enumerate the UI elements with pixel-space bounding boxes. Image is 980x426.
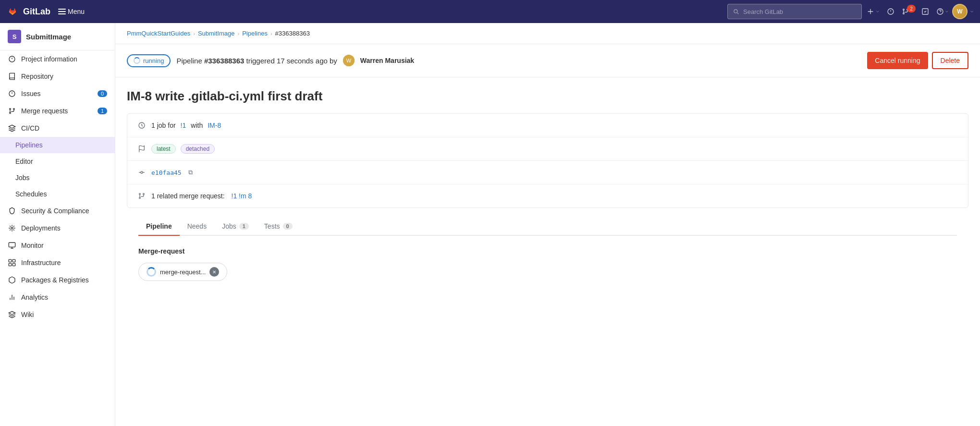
sidebar: S SubmitImage Project information Reposi… [0, 23, 115, 426]
pipeline-tags-row: latest detached [127, 137, 968, 161]
tab-tests[interactable]: Tests 0 [257, 218, 300, 236]
sidebar-item-label: Editor [15, 158, 33, 165]
menu-label: Menu [68, 8, 85, 15]
todo-button[interactable] [918, 4, 933, 19]
issues-button[interactable] [883, 4, 898, 19]
delete-pipeline-button[interactable]: Delete [932, 52, 968, 69]
pipeline-label: Pipeline [176, 57, 204, 65]
pipeline-job-node[interactable]: merge-request... ✕ [138, 263, 227, 281]
svg-point-8 [10, 109, 11, 110]
tab-needs[interactable]: Needs [180, 218, 214, 236]
merge-icon [137, 191, 147, 201]
pipeline-detail: IM-8 write .gitlab-ci.yml first draft 1 … [115, 77, 980, 292]
jobs-tab-count: 1 [239, 223, 249, 230]
sidebar-item-editor[interactable]: Editor [0, 153, 115, 170]
tab-needs-label: Needs [187, 222, 207, 230]
related-mr-link[interactable]: !1 !m 8 [232, 192, 252, 200]
pipeline-id: #336388363 [204, 57, 244, 65]
sidebar-item-merge-requests[interactable]: Merge requests 1 [0, 102, 115, 120]
user-avatar[interactable]: W [952, 4, 968, 19]
pipeline-status-label: running [143, 57, 164, 64]
job-cancel-icon[interactable]: ✕ [209, 267, 219, 277]
svg-point-1 [903, 9, 904, 11]
gitlab-logo[interactable]: GitLab [6, 5, 50, 18]
help-button[interactable] [935, 4, 950, 19]
breadcrumb-sep-3: › [270, 31, 272, 37]
commit-hash-link[interactable]: e10faa45 [151, 169, 182, 176]
svg-point-10 [10, 112, 11, 114]
commit-icon [137, 168, 147, 177]
main-content: PmmQuickStartGuides › SubmitImage › Pipe… [115, 23, 980, 426]
project-name: SubmitImage [26, 33, 71, 41]
avatar-caret-icon [969, 9, 974, 14]
running-spinner [134, 57, 140, 64]
sidebar-item-cicd[interactable]: CI/CD [0, 120, 115, 137]
sidebar-item-infrastructure[interactable]: Infrastructure [0, 254, 115, 271]
svg-rect-14 [12, 259, 15, 262]
jobs-issue-link[interactable]: !1 [181, 122, 186, 129]
pipeline-meta-card: 1 job for !1 with IM-8 latest detached [127, 113, 968, 208]
job-spinner [147, 267, 156, 277]
tab-tests-label: Tests [264, 222, 280, 230]
sidebar-item-analytics[interactable]: Analytics [0, 289, 115, 306]
pipeline-user-name: Warren Marusiak [360, 57, 414, 64]
svg-point-21 [141, 171, 143, 173]
merge-requests-icon [8, 107, 16, 115]
cancel-running-button[interactable]: Cancel running [867, 52, 928, 69]
sidebar-item-pipelines[interactable]: Pipelines [0, 137, 115, 153]
create-new-button[interactable] [866, 4, 881, 19]
pipeline-user-avatar: W [343, 55, 355, 66]
search-bar[interactable] [727, 4, 862, 19]
breadcrumb-project[interactable]: SubmitImage [198, 30, 235, 37]
sidebar-item-monitor[interactable]: Monitor [0, 237, 115, 254]
merge-requests-badge: 2 [907, 5, 916, 12]
jobs-mr-link[interactable]: IM-8 [208, 122, 221, 129]
search-input[interactable] [743, 8, 857, 15]
svg-point-11 [11, 227, 13, 229]
analytics-icon [8, 293, 16, 302]
pipeline-trigger-text: triggered 17 seconds ago by [246, 57, 337, 65]
sidebar-item-packages-registries[interactable]: Packages & Registries [0, 271, 115, 289]
issues-badge: 0 [98, 90, 107, 97]
breadcrumb-sep-1: › [193, 31, 195, 37]
search-icon [733, 8, 739, 15]
merge-requests-button[interactable]: 2 [900, 4, 916, 19]
sidebar-item-security-compliance[interactable]: Security & Compliance [0, 202, 115, 219]
copy-commit-button[interactable]: ⧉ [186, 168, 195, 177]
repository-icon [8, 72, 16, 81]
gitlab-logo-text: GitLab [23, 7, 50, 17]
clock-icon [137, 121, 147, 130]
info-icon [8, 55, 16, 63]
svg-rect-13 [9, 259, 11, 262]
menu-toggle[interactable]: Menu [54, 6, 88, 17]
tab-pipeline[interactable]: Pipeline [138, 218, 180, 236]
sidebar-item-label: Monitor [21, 242, 44, 249]
sidebar-item-label: Schedules [15, 190, 47, 198]
top-navigation: GitLab Menu 2 W [0, 0, 980, 23]
breadcrumb-root[interactable]: PmmQuickStartGuides [127, 30, 190, 37]
packages-icon [8, 276, 16, 284]
hamburger-icon [58, 8, 66, 15]
flag-icon [137, 144, 147, 154]
shield-icon [8, 207, 16, 215]
tab-jobs[interactable]: Jobs 1 [214, 218, 257, 236]
pipeline-commit-row: e10faa45 ⧉ [127, 161, 968, 184]
svg-point-26 [139, 197, 141, 199]
sidebar-item-issues[interactable]: Issues 0 [0, 85, 115, 102]
svg-rect-12 [9, 243, 15, 247]
sidebar-item-deployments[interactable]: Deployments [0, 219, 115, 237]
related-mr-text: 1 related merge request: [151, 192, 225, 200]
sidebar-item-repository[interactable]: Repository [0, 68, 115, 85]
sidebar-item-project-information[interactable]: Project information [0, 50, 115, 68]
sidebar-item-label: Issues [21, 90, 40, 97]
monitor-icon [8, 241, 16, 250]
sidebar-item-schedules[interactable]: Schedules [0, 186, 115, 202]
sidebar-item-wiki[interactable]: Wiki [0, 306, 115, 323]
sidebar-item-label: Deployments [21, 224, 61, 232]
breadcrumb-pipelines[interactable]: Pipelines [242, 30, 268, 37]
nav-icons: 2 W [866, 4, 974, 19]
sidebar-item-jobs[interactable]: Jobs [0, 170, 115, 186]
pipeline-mr-row: 1 related merge request: !1 !m 8 [127, 184, 968, 207]
sidebar-item-label: Pipelines [15, 141, 43, 149]
svg-point-9 [13, 109, 15, 110]
